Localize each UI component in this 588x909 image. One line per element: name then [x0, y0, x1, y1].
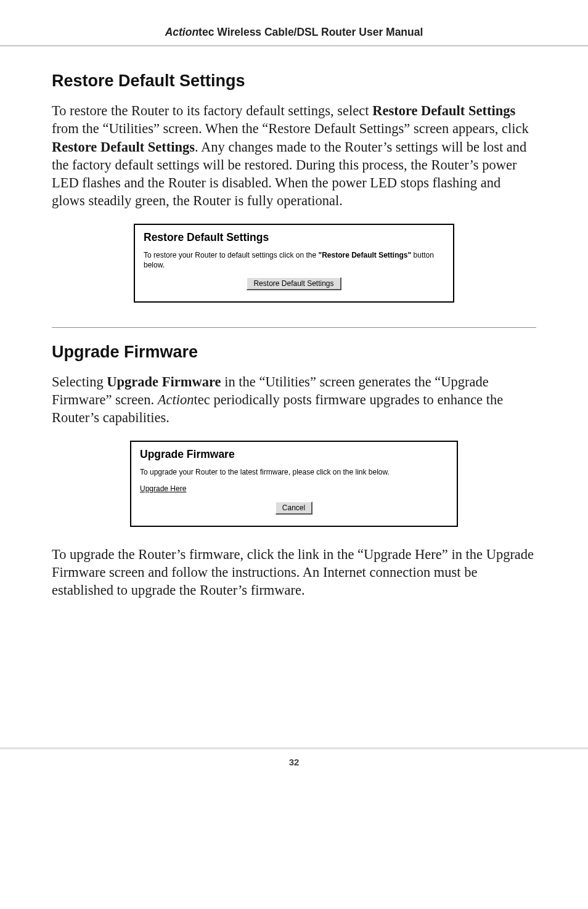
section-heading-restore: Restore Default Settings [52, 71, 536, 91]
brand-rest: tec [198, 26, 214, 38]
restore-dialog-box: Restore Default Settings To restore your… [134, 224, 454, 303]
page-header: Actiontec Wireless Cable/DSL Router User… [0, 0, 588, 45]
text-bold: Restore Default Settings [52, 139, 195, 155]
restore-paragraph: To restore the Router to its factory def… [52, 102, 536, 210]
text-segment: To restore the Router to its factory def… [52, 103, 372, 118]
section-heading-upgrade: Upgrade Firmware [52, 343, 536, 362]
brand-italic: Action [165, 26, 198, 38]
cancel-button[interactable]: Cancel [276, 502, 312, 515]
footer: 32 [0, 748, 588, 781]
header-title: Wireless Cable/DSL Router User Manual [214, 26, 423, 38]
upgrade-box-title: Upgrade Firmware [140, 448, 448, 461]
footer-divider [0, 748, 588, 749]
restore-box-text: To restore your Router to default settin… [144, 250, 444, 270]
upgrade-button-row: Cancel [140, 502, 448, 515]
section-divider [52, 327, 536, 328]
restore-default-settings-button[interactable]: Restore Default Settings [247, 277, 341, 290]
text-segment: To restore your Router to default settin… [144, 251, 318, 259]
text-bold: Restore Default Settings [372, 103, 515, 118]
text-italic: Action [158, 392, 194, 407]
text-bold: "Restore Default Settings" [318, 251, 411, 259]
page-number: 32 [0, 757, 588, 781]
restore-button-row: Restore Default Settings [144, 277, 444, 290]
restore-box-title: Restore Default Settings [144, 231, 444, 244]
text-segment: from the “Utilities” screen. When the “R… [52, 121, 529, 136]
upgrade-paragraph: Selecting Upgrade Firmware in the “Utili… [52, 373, 536, 427]
text-bold: Upgrade Firmware [107, 374, 221, 389]
header-divider [0, 45, 588, 47]
page-content: Restore Default Settings To restore the … [0, 71, 588, 600]
text-segment: Selecting [52, 374, 107, 389]
upgrade-instructions-paragraph: To upgrade the Router’s firmware, click … [52, 545, 536, 600]
upgrade-box-text: To upgrade your Router to the latest fir… [140, 467, 448, 477]
upgrade-here-link[interactable]: Upgrade Here [140, 484, 448, 493]
upgrade-dialog-box: Upgrade Firmware To upgrade your Router … [130, 441, 458, 527]
